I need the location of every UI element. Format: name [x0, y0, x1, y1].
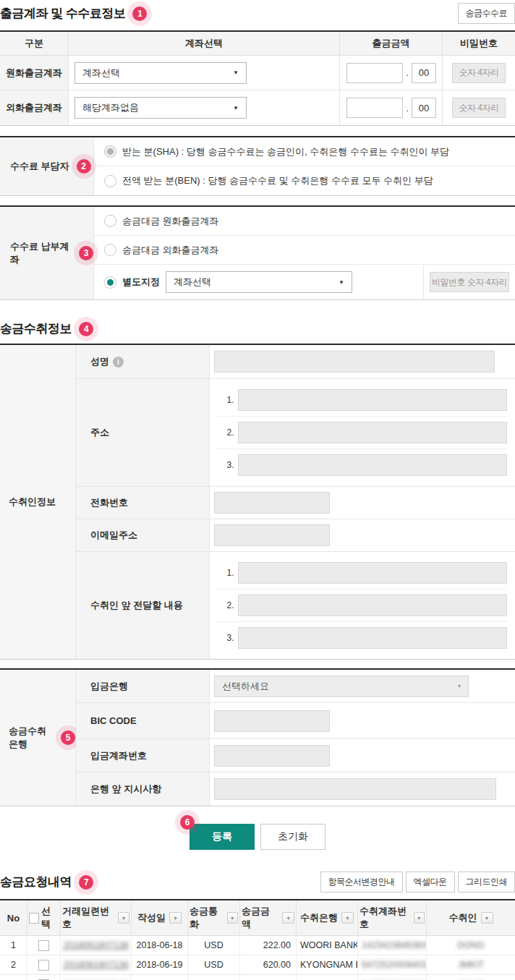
cell-currency: USD	[188, 955, 240, 974]
fee-payment-account-section: 수수료 납부계좌 3 송금대금 원화출금계좌 송금대금 외화출금계좌 별도지정 …	[0, 205, 515, 300]
fee-option-ben[interactable]: 전액 받는 분(BEN) : 당행 송금수수료 및 수취은행 수수료 모두 수취…	[94, 166, 515, 195]
phone-input[interactable]	[214, 492, 330, 514]
fee-payment-account-label-text: 수수료 납부계좌	[10, 240, 72, 266]
instruction-label: 은행 앞 지시사항	[90, 783, 161, 796]
address-line1-input[interactable]	[238, 389, 507, 411]
pay-option-krw-label: 송금대금 원화출금계좌	[122, 215, 219, 228]
withdraw-account-table: 구분 계좌선택 출금금액 비밀번호 원화출금계좌 계좌선택 ▼ . 00 숫자 …	[0, 30, 515, 126]
section1-title: 출금계좌 및 수수료정보 1	[0, 5, 147, 22]
fx-password-input[interactable]: 숫자 4자리	[452, 98, 506, 118]
radio-icon-sha[interactable]	[104, 145, 116, 158]
krw-amount-input[interactable]	[346, 63, 403, 83]
select-header-text: 선택	[41, 905, 59, 931]
info-icon[interactable]: i	[113, 357, 124, 367]
fee-payment-account-label: 수수료 납부계좌 3	[0, 207, 94, 299]
step-badge-6: 6	[180, 815, 195, 830]
col-header-amount: 출금금액	[340, 32, 443, 55]
filter-icon[interactable]: ▼	[481, 912, 493, 924]
bic-code-input[interactable]	[214, 710, 330, 732]
row-checkbox[interactable]	[38, 960, 49, 971]
custom-account-password-input[interactable]: 비밀번호 숫자 4자리	[430, 272, 509, 292]
column-order-guide-button[interactable]: 항목순서변경안내	[320, 872, 403, 892]
section1-title-text: 출금계좌 및 수수료정보	[0, 5, 125, 22]
address-line3-input[interactable]	[238, 454, 507, 476]
row-label-fx-account: 외화출금계좌	[0, 90, 69, 125]
amount-header-text: 송금금액	[242, 905, 278, 931]
email-label: 이메일주소	[90, 529, 137, 542]
custom-account-select[interactable]: 계좌선택 ▼	[166, 271, 352, 293]
filter-icon[interactable]: ▼	[169, 912, 182, 924]
txn-number-link[interactable]: 2018061907138	[63, 960, 128, 970]
message-line2-input[interactable]	[238, 595, 507, 616]
message-line-number: 3.	[226, 633, 234, 643]
cell-recipient-masked: DONG	[457, 940, 485, 950]
fx-amount-cents[interactable]: 00	[412, 98, 436, 118]
col-header-recipient: 수취인 ▼	[427, 900, 515, 935]
filter-icon[interactable]: ▼	[414, 912, 425, 924]
filter-icon[interactable]: ▼	[282, 912, 294, 924]
pay-option-custom: 별도지정 계좌선택 ▼ 비밀번호 숫자 4자리	[94, 265, 515, 299]
bank-select[interactable]: 선택하세요 ▾	[214, 676, 469, 697]
radio-icon-pay-custom[interactable]	[104, 276, 116, 289]
section4-title: 송금수취정보 4	[0, 320, 93, 337]
fx-account-select[interactable]: 해당계좌없음 ▼	[75, 97, 247, 119]
message-line3-input[interactable]	[238, 627, 507, 649]
deposit-account-input[interactable]	[214, 745, 330, 767]
account-header-text: 수취계좌번호	[359, 905, 410, 931]
col-header-currency: 송금통화 ▼	[188, 900, 240, 935]
grid-print-button[interactable]: 그리드인쇄	[458, 872, 515, 892]
deposit-account-label: 입금계좌번호	[90, 749, 147, 762]
register-button[interactable]: 등록	[190, 824, 255, 850]
krw-amount-cents[interactable]: 00	[412, 63, 436, 83]
bank-select-value: 선택하세요	[222, 680, 269, 693]
radio-icon-pay-fx[interactable]	[104, 244, 116, 256]
radio-icon-pay-krw[interactable]	[104, 215, 116, 227]
step-badge-1: 1	[132, 7, 147, 21]
filter-icon[interactable]: ▼	[227, 912, 238, 924]
filter-icon[interactable]: ▼	[341, 912, 354, 924]
row-checkbox[interactable]	[38, 940, 49, 951]
txn-number-link[interactable]: 2018061807138	[63, 940, 128, 950]
krw-password-input[interactable]: 숫자 4자리	[452, 63, 506, 83]
cell-amount: 222.00	[240, 936, 297, 955]
withdraw-table-header: 구분 계좌선택 출금금액 비밀번호	[0, 32, 515, 56]
chevron-down-icon: ▾	[458, 683, 461, 689]
field-row-email: 이메일주소	[76, 519, 515, 552]
transfer-table-header: No 선택 거래일련번호 ▼ 작성일 ▼ 송금통화 ▼ 송금금액 ▼ 수취은행 …	[0, 900, 515, 936]
form-actions: 6 등록 초기화	[0, 824, 515, 850]
krw-account-select-value: 계좌선택	[82, 67, 120, 80]
select-all-checkbox[interactable]	[29, 913, 39, 924]
pay-option-fx[interactable]: 송금대금 외화출금계좌	[94, 236, 515, 265]
field-row-message: 수취인 앞 전달할 내용 1. 2. 3.	[76, 552, 515, 659]
pay-option-krw[interactable]: 송금대금 원화출금계좌	[94, 207, 515, 236]
cell-no: 1	[0, 936, 27, 955]
fee-info-button[interactable]: 송금수수료	[458, 3, 515, 24]
address-line2-input[interactable]	[238, 422, 507, 443]
fx-amount-input[interactable]	[346, 98, 403, 118]
krw-account-select[interactable]: 계좌선택 ▼	[75, 62, 247, 84]
reset-button[interactable]: 초기화	[260, 824, 325, 850]
excel-download-button[interactable]: 엑셀다운	[406, 872, 455, 892]
fee-option-sha[interactable]: 받는 분(SHA) : 당행 송금수수료는 송금인이, 수취은행 수수료는 수취…	[94, 137, 515, 166]
recipient-bank-group-text: 송금수취은행	[9, 725, 55, 751]
message-line-number: 1.	[226, 568, 234, 578]
row-label-krw-account: 원화출금계좌	[0, 56, 69, 90]
section4-header: 송금수취정보 4	[0, 320, 515, 337]
cell-amount: 620.00	[240, 955, 297, 974]
step-badge-5: 5	[61, 730, 75, 745]
section7-title-text: 송금요청내역	[0, 874, 72, 890]
radio-icon-ben[interactable]	[104, 175, 116, 187]
instruction-input[interactable]	[214, 778, 496, 800]
table-row: 3 2018062007138 2018-06-20 USD 102.00 KY…	[0, 975, 515, 980]
pay-option-fx-label: 송금대금 외화출금계좌	[122, 244, 219, 257]
email-input[interactable]	[214, 524, 330, 546]
chevron-down-icon: ▼	[339, 279, 344, 286]
fee-option-ben-label: 전액 받는 분(BEN) : 당행 송금수수료 및 수취은행 수수료 모두 수취…	[122, 174, 433, 187]
col-header-no: No	[0, 900, 27, 935]
filter-icon[interactable]: ▼	[118, 912, 129, 924]
recipient-name-input[interactable]	[214, 351, 495, 372]
message-line1-input[interactable]	[238, 562, 507, 584]
fee-payer-section: 수수료 부담자 2 받는 분(SHA) : 당행 송금수수료는 송금인이, 수취…	[0, 136, 515, 196]
cell-date: 2018-06-19	[132, 955, 188, 974]
step-badge-4: 4	[79, 322, 93, 336]
